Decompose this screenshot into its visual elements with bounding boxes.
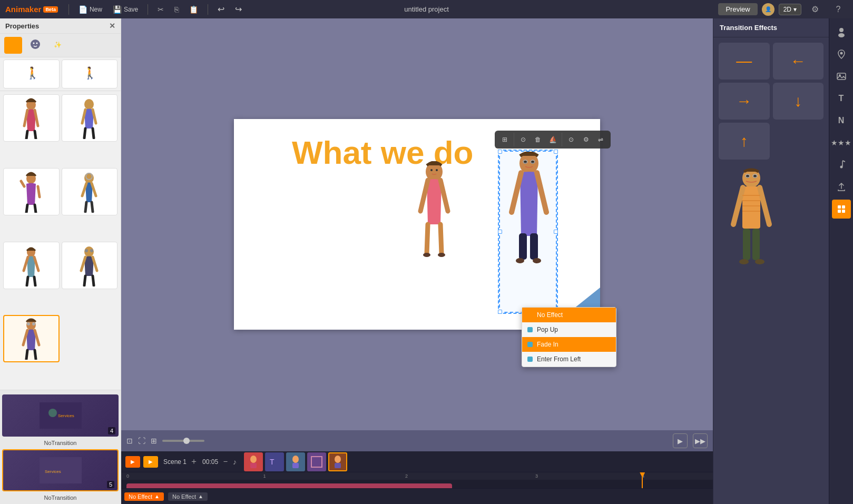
play-frame-button[interactable]: ▶: [673, 433, 688, 448]
handle-tl[interactable]: [498, 150, 502, 154]
list-item[interactable]: [3, 168, 60, 215]
track-thumb-1[interactable]: [244, 452, 263, 471]
tl-add-button[interactable]: ＋: [190, 456, 198, 467]
char-toolbar-grid[interactable]: ⊞: [498, 133, 512, 146]
sidebar-text-button[interactable]: T: [832, 89, 851, 108]
handle-mr[interactable]: [554, 230, 558, 234]
sidebar-music-button[interactable]: [832, 155, 851, 174]
scene-label-3: NoTransition: [2, 439, 119, 447]
list-item[interactable]: [3, 242, 60, 289]
sidebar-number-button[interactable]: N: [832, 111, 851, 130]
track-thumb-2[interactable]: T: [265, 452, 284, 471]
svg-point-2: [31, 39, 40, 49]
cut-button[interactable]: ✂: [154, 4, 167, 15]
canvas-area: What we do: [121, 18, 713, 504]
char-top-left-icon: 🚶: [23, 61, 39, 87]
effect-no-effect[interactable]: No Effect: [522, 308, 616, 322]
sidebar-character-button[interactable]: [832, 23, 851, 42]
timeline-ruler-area[interactable]: 0 1 2 3 4: [121, 472, 713, 488]
zoom-slider[interactable]: [162, 440, 204, 442]
scene-item-4[interactable]: Services 5: [2, 449, 119, 491]
toolbar: Animaker Beta 📄 New 💾 Save ✂ ⎘ 📋 ↩ ↪ unt…: [0, 0, 853, 18]
handle-bl[interactable]: [498, 310, 502, 314]
list-item[interactable]: [3, 94, 60, 142]
scene-thumbnail-4: Services: [3, 450, 117, 490]
mode-selector[interactable]: 2D ▾: [779, 4, 801, 15]
copy-button[interactable]: ⎘: [171, 4, 182, 15]
exit-effect-pill[interactable]: No Effect ▲: [168, 492, 208, 501]
sidebar-image-button[interactable]: [832, 67, 851, 86]
svg-point-95: [335, 456, 341, 463]
list-item[interactable]: [62, 94, 118, 142]
track-thumb-4[interactable]: [307, 452, 326, 471]
tl-play-button[interactable]: ▶: [125, 456, 140, 468]
char-toolbar-target[interactable]: ⊙: [516, 133, 530, 146]
help-button[interactable]: ?: [829, 0, 848, 19]
sidebar-upload-button[interactable]: [832, 177, 851, 196]
char-toolbar-flip[interactable]: ⛵: [546, 133, 560, 146]
handle-tr[interactable]: [554, 150, 558, 154]
paste-button[interactable]: 📋: [186, 4, 201, 15]
effect-label-fade-in: Fade In: [537, 341, 558, 348]
grid-button[interactable]: ⊞: [151, 437, 157, 445]
save-button[interactable]: 💾 Save: [110, 4, 141, 15]
char-top-right-icon: 🚶: [82, 61, 97, 87]
char-top-left[interactable]: 🚶: [3, 60, 60, 88]
tab-face[interactable]: [26, 37, 44, 54]
char-toolbar-swap[interactable]: ⇌: [594, 133, 607, 146]
canvas-controls: ⊡ ⛶ ⊞ ▶ ▶▶: [121, 430, 713, 451]
transition-btn-left[interactable]: —: [719, 43, 770, 80]
tl-play-forward-button[interactable]: ▶: [143, 456, 158, 468]
svg-text:Services: Services: [45, 469, 61, 474]
fit-screen-button[interactable]: ⊡: [126, 437, 133, 445]
char-top-right[interactable]: 🚶: [62, 60, 118, 88]
effect-fade-in[interactable]: Fade In: [522, 337, 616, 352]
tl-minus-button[interactable]: －: [221, 456, 230, 467]
undo-button[interactable]: ↩: [214, 3, 228, 15]
svg-text:✨: ✨: [54, 41, 62, 48]
effect-enter-left[interactable]: Enter From Left: [522, 352, 616, 367]
char-toolbar-record[interactable]: ⊙: [564, 133, 578, 146]
sidebar-effects-button[interactable]: ★★★: [832, 133, 851, 152]
track-thumb-3[interactable]: [286, 452, 305, 471]
playhead[interactable]: [642, 472, 643, 488]
tab-character[interactable]: [4, 37, 22, 54]
track-block-1[interactable]: [126, 483, 452, 488]
character-man-orange[interactable]: [725, 166, 778, 295]
list-item[interactable]: [3, 315, 60, 362]
play-all-button[interactable]: ▶▶: [693, 433, 708, 448]
transition-btn-arrow-up[interactable]: ↑: [719, 123, 770, 160]
transition-btn-arrow-down[interactable]: ↓: [773, 83, 824, 120]
app-name: Animaker: [5, 5, 41, 14]
transition-btn-arrow-right[interactable]: →: [719, 83, 770, 120]
effect-dot-fade-in: [527, 342, 533, 347]
sidebar-location-button[interactable]: [832, 45, 851, 64]
main-canvas[interactable]: What we do: [234, 119, 600, 330]
preview-button[interactable]: Preview: [718, 3, 757, 15]
scene-item-3[interactable]: Services 4: [2, 394, 119, 437]
list-item[interactable]: [62, 242, 118, 289]
svg-point-49: [48, 409, 57, 417]
close-panel-button[interactable]: ✕: [109, 22, 115, 30]
list-item[interactable]: [62, 168, 118, 215]
track-thumb-5[interactable]: [328, 452, 347, 471]
char-toolbar-settings[interactable]: ⚙: [579, 133, 593, 146]
entrance-effect-pill[interactable]: No Effect ▲: [124, 492, 164, 501]
scene-number-3: 4: [108, 427, 115, 434]
sidebar-active-button[interactable]: [832, 200, 851, 219]
new-button[interactable]: 📄 New: [75, 4, 105, 15]
tab-effects[interactable]: ✨: [48, 37, 66, 54]
effect-pop-up[interactable]: Pop Up: [522, 322, 616, 337]
redo-button[interactable]: ↪: [232, 3, 245, 15]
settings-button[interactable]: ⚙: [806, 0, 825, 19]
handle-ml[interactable]: [498, 230, 502, 234]
char-toolbar-delete[interactable]: 🗑: [531, 133, 545, 146]
exit-effect-label: No Effect: [172, 493, 196, 500]
fullscreen-button[interactable]: ⛶: [138, 437, 145, 445]
sidebar-music-icon: [836, 160, 847, 170]
transition-btn-arrow-left[interactable]: ←: [773, 43, 824, 80]
scene-number-4: 5: [107, 481, 114, 488]
tl-music-button[interactable]: ♪: [233, 458, 237, 466]
ruler-mark-0: 0: [126, 473, 129, 479]
character-woman-pink[interactable]: [413, 161, 455, 279]
